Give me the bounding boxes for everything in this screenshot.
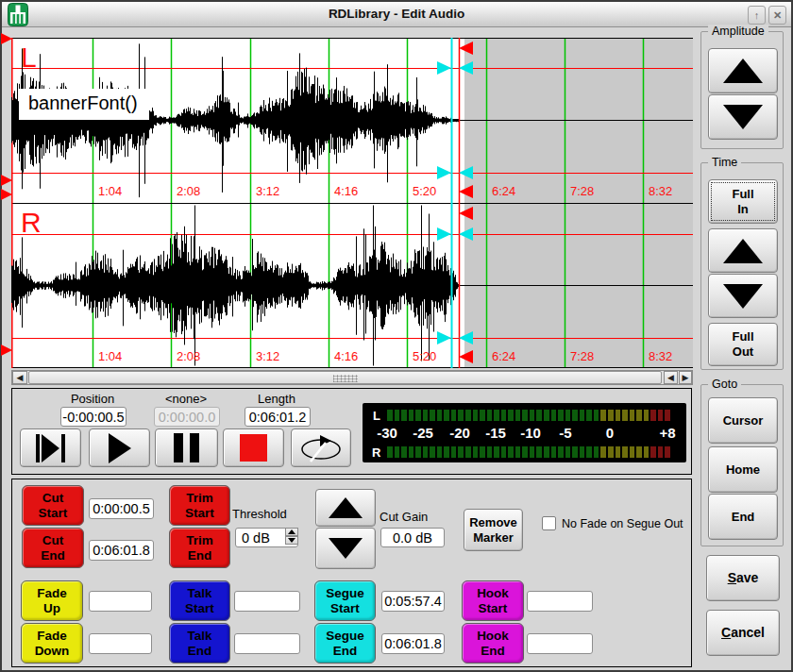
meter-segment <box>465 446 471 458</box>
length-field[interactable]: 0:06:01.2 <box>245 407 311 427</box>
time-zoom-out-button[interactable] <box>708 274 778 318</box>
meter-segment <box>565 446 571 458</box>
close-button[interactable]: ✕ <box>768 6 786 25</box>
segue-start-button[interactable]: Segue Start <box>314 580 376 621</box>
hook-end-field[interactable] <box>527 633 593 654</box>
threshold-spin-up-button[interactable] <box>285 528 298 536</box>
amplitude-up-button[interactable] <box>708 48 778 93</box>
cut-start-field[interactable]: 0:00:00.5 <box>89 498 154 519</box>
time-zoom-in-button[interactable] <box>708 228 778 273</box>
talk-start-field[interactable] <box>234 591 300 612</box>
time-group-label: Time <box>708 156 741 169</box>
meter-right-label: R <box>372 445 380 460</box>
time-label: 6:24 <box>492 349 515 363</box>
meter-segment <box>551 446 557 458</box>
trim-end-button[interactable]: Trim End <box>169 528 230 568</box>
amplitude-down-button[interactable] <box>708 94 778 140</box>
segue-end-field[interactable]: 0:06:01.8 <box>381 633 445 654</box>
time-label: 5:20 <box>413 349 436 363</box>
gain-up-button[interactable] <box>315 489 376 527</box>
talk-end-button[interactable]: Talk End <box>169 623 230 664</box>
threshold-spin-down-button[interactable] <box>285 536 298 545</box>
fade-up-field[interactable] <box>89 591 152 612</box>
cut-gain-field[interactable]: 0.0 dB <box>380 528 445 547</box>
pause-button[interactable] <box>155 428 218 467</box>
meter-segment <box>508 446 514 458</box>
cut-end-field[interactable]: 0:06:01.8 <box>89 540 154 561</box>
meter-segment <box>544 446 549 458</box>
waveform-area[interactable]: L R bannerFont() 1:042:083:124:165:206:2… <box>11 38 693 368</box>
loop-button[interactable] <box>291 428 351 467</box>
meter-scale-label: -10 <box>520 425 541 441</box>
scrollbar-thumb[interactable] <box>28 371 662 384</box>
play-from-start-button[interactable] <box>20 428 81 467</box>
goto-group-label: Goto <box>708 378 741 391</box>
waveform-display[interactable] <box>11 38 693 368</box>
loop-icon <box>297 434 345 462</box>
gain-down-button[interactable] <box>315 528 376 569</box>
time-full-in-button[interactable]: Full In <box>708 179 778 224</box>
marker-field[interactable]: 0:00:00.0 <box>154 407 220 427</box>
position-field[interactable]: -0:00:00.5 <box>60 407 127 427</box>
threshold-spin-buttons <box>285 528 298 545</box>
remove-marker-button[interactable]: Remove Marker <box>464 509 523 551</box>
stop-button[interactable] <box>223 428 284 467</box>
time-full-out-button[interactable]: Full Out <box>708 323 778 366</box>
meter-scale-label: 0 <box>606 425 614 441</box>
meter-segment <box>600 410 606 421</box>
meter-segment <box>401 410 407 421</box>
goto-home-button[interactable]: Home <box>708 446 778 493</box>
time-label: 1:04 <box>98 184 122 198</box>
cancel-button[interactable]: Cancel <box>706 610 780 656</box>
goto-cursor-button[interactable]: Cursor <box>708 397 778 444</box>
trim-start-button[interactable]: Trim Start <box>169 485 230 526</box>
meter-segment <box>522 410 528 421</box>
meter-segment <box>444 446 449 458</box>
segue-start-field[interactable]: 0:05:57.4 <box>381 591 445 612</box>
play-button[interactable] <box>89 428 150 467</box>
waveform-scrollbar[interactable]: ◀ ◀ ▶ <box>11 370 693 385</box>
goto-end-button[interactable]: End <box>708 494 778 540</box>
right-channel-label: R <box>21 209 42 237</box>
meter-segment <box>608 410 614 421</box>
down-arrow-icon <box>329 538 363 559</box>
meter-segment <box>586 410 592 421</box>
meter-segment <box>522 446 528 458</box>
length-label: Length <box>234 392 319 406</box>
meter-segment <box>572 410 578 421</box>
scrollbar-right-button[interactable]: ▶ <box>679 371 692 384</box>
segue-end-button[interactable]: Segue End <box>314 623 376 664</box>
meter-segment <box>480 446 485 458</box>
meter-segment <box>600 446 606 458</box>
cut-end-button[interactable]: Cut End <box>22 528 84 568</box>
position-label: Position <box>50 392 135 406</box>
scrollbar-left-button[interactable]: ◀ <box>12 371 27 384</box>
titlebar[interactable]: RDLibrary - Edit Audio ↑ ✕ <box>2 2 791 27</box>
meter-segment <box>458 446 464 458</box>
goto-group: Goto Cursor Home End <box>700 384 784 546</box>
talk-start-button[interactable]: Talk Start <box>169 580 230 621</box>
hook-start-field[interactable] <box>527 591 593 612</box>
no-fade-label: No Fade on Segue Out <box>562 517 694 530</box>
fade-down-field[interactable] <box>89 633 152 654</box>
save-button[interactable]: Save <box>706 555 780 601</box>
meter-segment <box>665 410 670 421</box>
talk-end-field[interactable] <box>234 633 300 654</box>
meter-segment <box>636 446 642 458</box>
shade-button[interactable]: ↑ <box>748 6 766 25</box>
amplitude-group: Amplitude <box>700 31 784 149</box>
fade-up-button[interactable]: Fade Up <box>21 580 83 621</box>
cut-start-button[interactable]: Cut Start <box>22 485 84 526</box>
fade-down-button[interactable]: Fade Down <box>21 623 83 664</box>
meter-segment <box>395 446 400 458</box>
meter-segment <box>473 446 479 458</box>
hook-start-button[interactable]: Hook Start <box>462 580 524 621</box>
hook-end-button[interactable]: Hook End <box>462 623 524 664</box>
meter-segment <box>644 410 650 421</box>
scrollbar-left-button-2[interactable]: ◀ <box>664 371 678 384</box>
meter-segment <box>423 410 429 421</box>
meter-segment <box>508 410 514 421</box>
meter-segment <box>608 446 614 458</box>
no-fade-checkbox[interactable] <box>542 516 556 530</box>
scrollbar-grip-icon <box>333 375 358 382</box>
